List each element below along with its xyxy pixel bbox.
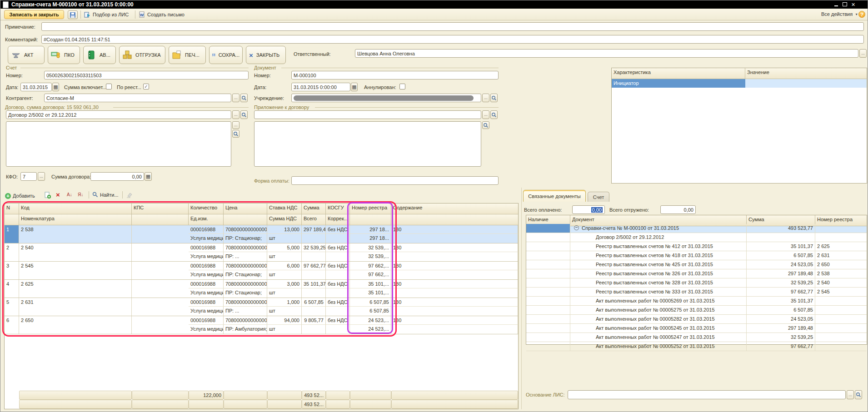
blank-cell[interactable] <box>326 234 350 243</box>
document-cell[interactable]: Реестр выставленных счетов № 425 от 31.0… <box>570 260 747 269</box>
sum-cell[interactable]: 297 18... <box>350 225 391 234</box>
contract-details-textarea[interactable] <box>6 121 231 167</box>
reestr-cell[interactable]: 2 538 <box>19 225 132 243</box>
qty-cell[interactable]: 6,000 <box>267 262 302 270</box>
items-table-row[interactable]: 5 000016988 70800000000000001; 1,000 6 5… <box>5 298 518 316</box>
find-button[interactable]: Найти... <box>92 192 119 198</box>
all-actions-button[interactable]: Все действия ▼ <box>821 11 858 17</box>
presence-cell[interactable] <box>526 242 570 251</box>
name-cell[interactable]: Услуга медицинская <box>189 325 224 334</box>
kps-line2-cell[interactable]: ПР: Стационар; <box>224 234 267 243</box>
name-cell[interactable]: Услуга медицинская <box>189 252 224 261</box>
sum-cell[interactable]: 6 507,85 <box>350 298 391 307</box>
related-document-row[interactable]: Реестр выставленных счетов № 425 от 31.0… <box>526 260 867 269</box>
akt-button[interactable]: АКТ <box>8 46 45 64</box>
reestr-number-cell[interactable]: 2 538 <box>815 269 867 278</box>
reestr-number-cell[interactable] <box>815 324 867 333</box>
presence-cell[interactable] <box>526 333 570 342</box>
contract-ellipsis-button[interactable]: ... <box>232 110 239 119</box>
document-cell[interactable]: Договор 2/5002 от 29.12.2012 <box>570 233 747 242</box>
payment-form-input[interactable] <box>291 176 499 185</box>
kps-line2-cell[interactable]: ПР: Амбулатория; <box>224 325 267 334</box>
kosgu-cell[interactable]: 130 <box>391 243 518 252</box>
vat-sum-cell[interactable]: 35 101,... <box>350 288 391 298</box>
document-cell[interactable]: Справки-счета № М-000100 от 31.03.2015 <box>570 224 747 233</box>
blank-cell[interactable] <box>302 252 326 261</box>
copy-row-button[interactable] <box>44 192 51 199</box>
blank-cell[interactable] <box>391 288 518 298</box>
col-header-content[interactable]: Содержание <box>391 204 518 214</box>
row-number-cell[interactable]: 2 <box>5 243 19 261</box>
price-cell[interactable]: 97 662,77 <box>302 262 326 270</box>
responsible-ellipsis-button[interactable]: ... <box>859 49 867 58</box>
sum-cell[interactable]: 32 539,25 <box>747 333 815 342</box>
reestr-cell[interactable]: 2 631 <box>19 298 132 316</box>
kps-cell[interactable]: 70800000000000001; <box>224 225 267 234</box>
sum-cell[interactable]: 297 189,48 <box>747 324 815 333</box>
attachment-details-search-button[interactable] <box>482 121 489 129</box>
col-header-vat[interactable]: Ставка НДС <box>267 204 302 214</box>
sum-cell[interactable]: 24 523,05 <box>747 315 815 323</box>
attachment-details-textarea[interactable] <box>254 121 481 167</box>
reestr-number-cell[interactable] <box>815 315 867 323</box>
kps-line2-cell[interactable]: ПР: ... <box>224 252 267 261</box>
total-shipped-input[interactable]: 0,00 <box>660 205 696 214</box>
items-table-row[interactable]: 2 000016988 70800000000000001; 5,000 32 … <box>5 243 518 262</box>
kosgu-cell[interactable]: 130 <box>391 262 518 270</box>
clear-filter-button[interactable] <box>126 192 133 198</box>
blank-cell[interactable] <box>391 307 518 316</box>
contract-sum-input[interactable]: 0,00 <box>90 172 144 181</box>
content-cell[interactable] <box>132 280 189 298</box>
col-header-qty[interactable]: Количество <box>189 204 224 214</box>
help-button[interactable]: ? <box>858 11 865 18</box>
document-cell[interactable]: Реестр выставленных счетов № 333 от 31.0… <box>570 288 747 296</box>
reestr-number-cell[interactable]: 2 545 <box>815 288 867 296</box>
kps-line2-cell[interactable]: ПР: Стационар; <box>224 288 267 298</box>
sum-cell[interactable]: 297 189,48 <box>747 269 815 278</box>
sort-ascending-button[interactable]: А↓ <box>67 192 72 197</box>
kps-line2-cell[interactable]: ПР: ... <box>224 307 267 316</box>
blank-cell[interactable] <box>391 252 518 261</box>
unit-cell[interactable]: шт <box>267 252 302 261</box>
blank-cell[interactable] <box>302 288 326 298</box>
panel-splitter[interactable] <box>521 188 522 409</box>
sum-cell[interactable]: 97 662,77 <box>747 342 815 351</box>
reestr-number-cell[interactable]: 2 625 <box>815 242 867 251</box>
sum-cell[interactable]: 24 523,... <box>350 316 391 325</box>
add-row-button[interactable]: + Добавить <box>5 192 35 200</box>
col-header-kosgu[interactable]: КОСГУ <box>326 204 350 214</box>
unit-cell[interactable]: шт <box>267 288 302 298</box>
minimize-button[interactable] <box>832 1 840 8</box>
pko-button[interactable]: ПКО <box>48 46 80 64</box>
blank-cell[interactable] <box>326 307 350 316</box>
price-cell[interactable]: 9 805,77 <box>302 316 326 325</box>
save-file-button[interactable]: СОХРА... <box>209 46 243 64</box>
print-button[interactable]: ПЕЧ... <box>169 46 206 64</box>
document-cell[interactable]: Реестр выставленных счетов № 326 от 31.0… <box>570 269 747 278</box>
items-table-row[interactable]: 1 000016988 70800000000000001; 13,000 29… <box>5 225 518 243</box>
reestr-number-cell[interactable]: 2 540 <box>815 278 867 287</box>
qty-cell[interactable]: 13,000 <box>267 225 302 234</box>
kps-cell[interactable]: 70800000000000001; <box>224 298 267 307</box>
presence-cell[interactable] <box>526 278 570 287</box>
name-cell[interactable]: Услуга медицинская <box>189 234 224 243</box>
by-reestr-checkbox[interactable]: ✓ <box>143 84 149 89</box>
name-cell[interactable]: Услуга медицинская <box>189 270 224 279</box>
reestr-number-cell[interactable] <box>815 233 867 242</box>
blank-cell[interactable] <box>302 307 326 316</box>
vat-cell[interactable]: без НДС <box>326 316 350 325</box>
price-cell[interactable]: 32 539,25 <box>302 243 326 252</box>
code-cell[interactable]: 000016988 <box>189 225 224 234</box>
vat-sum-cell[interactable]: 97 662,... <box>350 270 391 279</box>
content-cell[interactable] <box>132 243 189 261</box>
qty-cell[interactable]: 3,000 <box>267 280 302 288</box>
reestr-number-cell[interactable]: 2 650 <box>815 260 867 269</box>
characteristic-value-cell[interactable] <box>745 79 867 88</box>
content-cell[interactable] <box>132 225 189 243</box>
col-header-korr[interactable]: Коррек... <box>326 214 350 225</box>
vat-cell[interactable]: без НДС <box>326 280 350 288</box>
unit-cell[interactable]: шт <box>267 307 302 316</box>
blank-cell[interactable] <box>326 288 350 298</box>
create-letter-button[interactable]: W Создать письмо <box>139 10 185 19</box>
content-cell[interactable] <box>132 316 189 334</box>
